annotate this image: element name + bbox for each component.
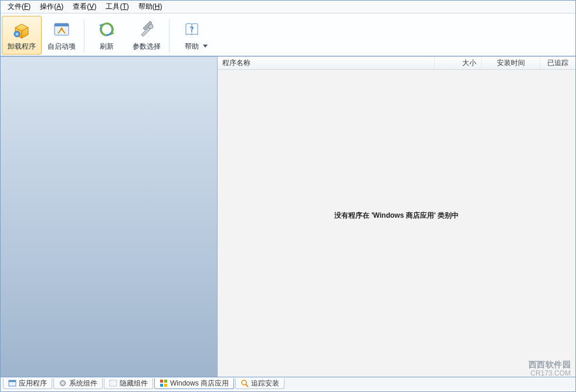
tab-label: 隐藏组件	[120, 379, 148, 388]
menu-file[interactable]: 文件(F)	[3, 1, 35, 13]
window-icon	[8, 379, 16, 387]
refresh-label: 刷新	[100, 42, 114, 52]
svg-text:?: ?	[189, 25, 194, 33]
startup-items-button[interactable]: 自启动项	[42, 16, 82, 55]
help-label: 帮助	[185, 42, 199, 52]
menu-tools[interactable]: 工具(T)	[101, 1, 133, 13]
options-button[interactable]: 参数选择	[127, 16, 167, 55]
svg-rect-15	[164, 384, 167, 387]
hidden-window-icon	[109, 379, 117, 387]
refresh-button[interactable]: 刷新	[87, 16, 127, 55]
tab-label: 应用程序	[19, 379, 47, 388]
bottom-tab-bar: 应用程序 系统组件 隐藏组件 Windows 商店应用 追踪安装	[1, 377, 575, 390]
tools-icon	[136, 19, 157, 40]
svg-point-4	[60, 28, 63, 30]
svg-rect-12	[160, 380, 163, 383]
options-label: 参数选择	[133, 42, 161, 52]
column-headers: 程序名称 大小 安装时间 已追踪	[218, 57, 575, 70]
box-uninstall-icon	[11, 19, 32, 40]
magnifier-icon	[240, 379, 249, 387]
startup-window-icon	[51, 19, 72, 40]
tab-windows-store[interactable]: Windows 商店应用	[154, 379, 234, 389]
tab-applications[interactable]: 应用程序	[3, 379, 52, 389]
uninstall-programs-label: 卸载程序	[8, 42, 36, 52]
menu-action[interactable]: 操作(A)	[35, 1, 68, 13]
svg-rect-3	[55, 23, 69, 26]
empty-state-message: 没有程序在 'Windows 商店应用' 类别中	[218, 211, 575, 221]
gear-icon	[59, 379, 67, 387]
tab-label: 系统组件	[69, 379, 97, 388]
svg-point-1	[16, 33, 18, 35]
column-tracked[interactable]: 已追踪	[540, 57, 575, 69]
column-program-name[interactable]: 程序名称	[218, 57, 435, 69]
toolbar: 卸载程序 自启动项	[1, 13, 575, 56]
chevron-down-icon	[203, 41, 208, 49]
tab-label: 追踪安装	[251, 379, 279, 388]
svg-rect-11	[110, 380, 117, 386]
svg-rect-14	[160, 384, 163, 387]
svg-point-10	[62, 383, 64, 384]
column-install-time[interactable]: 安装时间	[482, 57, 540, 69]
content-area: 程序名称 大小 安装时间 已追踪 没有程序在 'Windows 商店应用' 类别…	[1, 56, 575, 377]
tab-system-components[interactable]: 系统组件	[53, 379, 103, 389]
refresh-icon	[96, 19, 117, 40]
svg-rect-8	[9, 380, 16, 382]
program-list-panel: 程序名称 大小 安装时间 已追踪 没有程序在 'Windows 商店应用' 类别…	[218, 56, 575, 377]
svg-rect-13	[164, 380, 167, 383]
menu-bar: 文件(F) 操作(A) 查看(V) 工具(T) 帮助(H)	[1, 1, 575, 13]
tab-hidden-components[interactable]: 隐藏组件	[104, 379, 153, 389]
menu-view[interactable]: 查看(V)	[68, 1, 101, 13]
sidebar-panel	[1, 56, 218, 377]
column-size[interactable]: 大小	[435, 57, 482, 69]
windows-store-icon	[160, 379, 168, 387]
toolbar-separator	[84, 19, 84, 52]
menu-help[interactable]: 帮助(H)	[134, 1, 167, 13]
svg-line-17	[246, 384, 248, 387]
uninstall-programs-button[interactable]: 卸载程序	[2, 16, 42, 55]
toolbar-separator	[169, 19, 170, 52]
startup-items-label: 自启动项	[48, 42, 76, 52]
tab-track-install[interactable]: 追踪安装	[235, 379, 284, 389]
help-button[interactable]: ? 帮助	[172, 16, 212, 55]
help-book-icon: ?	[181, 19, 202, 40]
svg-point-16	[242, 380, 246, 385]
tab-label: Windows 商店应用	[170, 379, 229, 388]
